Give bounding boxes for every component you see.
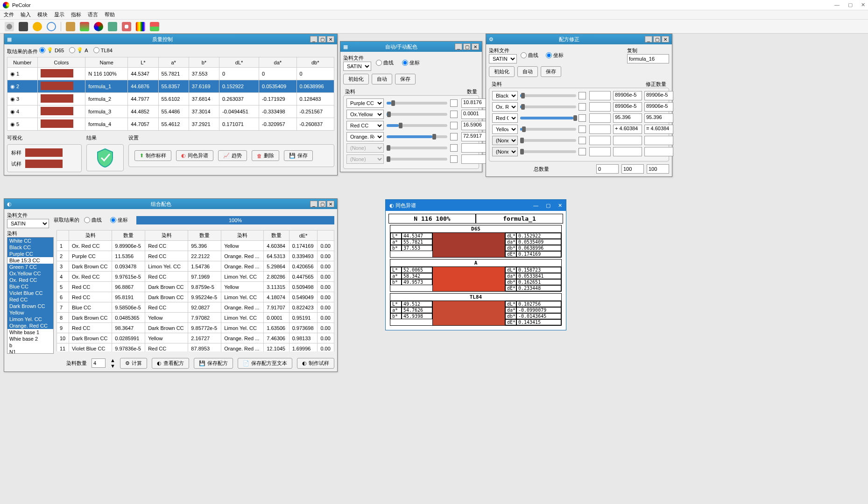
save-txt-button[interactable]: 📄 保存配方至文本 bbox=[238, 358, 292, 369]
min-icon[interactable]: _ bbox=[645, 36, 652, 42]
dye-select[interactable]: Red CC bbox=[492, 113, 518, 123]
total-0[interactable] bbox=[596, 164, 619, 174]
slider[interactable] bbox=[387, 158, 447, 161]
radio-coord[interactable] bbox=[110, 217, 116, 223]
menu-item[interactable]: 输入 bbox=[21, 11, 31, 18]
slider[interactable] bbox=[387, 102, 447, 105]
make-trial-button[interactable]: ◐ 制作试样 bbox=[297, 358, 334, 369]
calc-button[interactable]: ⚙ 计算 bbox=[120, 358, 147, 369]
radio-a[interactable] bbox=[69, 47, 75, 53]
table-row[interactable]: 6Red CC95.8191Dark Brown CC9.95224e-5Lim… bbox=[57, 292, 334, 302]
dye-file-select[interactable]: SATIN bbox=[489, 54, 517, 63]
list-item[interactable]: N1 bbox=[7, 349, 53, 354]
list-item[interactable]: Yellow bbox=[7, 309, 53, 316]
dye-select[interactable]: (None) bbox=[346, 143, 384, 153]
list-item[interactable]: Ox.Yellow CC bbox=[7, 270, 53, 277]
color-box[interactable] bbox=[450, 155, 458, 163]
v2[interactable]: 89906e-5 bbox=[613, 91, 642, 100]
list-item[interactable]: Black CC bbox=[7, 244, 53, 251]
dye-select[interactable]: (None) bbox=[492, 136, 518, 145]
list-item[interactable]: White CC bbox=[7, 238, 53, 244]
table-row[interactable]: ◉ 5formula_444.705755.461237.29210.17107… bbox=[7, 118, 334, 131]
min-icon[interactable]: _ bbox=[310, 201, 318, 207]
qty-value[interactable] bbox=[461, 143, 489, 153]
close-icon[interactable]: ✕ bbox=[327, 36, 334, 42]
palette-icon[interactable] bbox=[122, 22, 131, 31]
auto-button[interactable]: 自动 bbox=[517, 66, 538, 77]
menu-item[interactable]: 语言 bbox=[88, 11, 98, 18]
init-button[interactable]: 初始化 bbox=[343, 74, 369, 84]
v3[interactable] bbox=[644, 147, 673, 156]
save-button[interactable]: 保存 bbox=[395, 74, 416, 84]
list-item[interactable]: Purple CC bbox=[7, 251, 53, 257]
color-box[interactable] bbox=[579, 148, 586, 155]
max-icon[interactable]: ▢ bbox=[463, 43, 471, 50]
radio-d65[interactable] bbox=[39, 47, 45, 53]
v1[interactable] bbox=[589, 91, 611, 100]
v3[interactable]: = 4.60384 bbox=[644, 125, 673, 134]
v3[interactable]: 95.396 bbox=[644, 113, 673, 123]
close-icon[interactable]: ✕ bbox=[861, 2, 865, 8]
table-row[interactable]: 9Red CC98.3647Dark Brown CC9.85772e-5Lim… bbox=[57, 323, 334, 333]
qty-value[interactable]: 0.0001 bbox=[461, 110, 489, 119]
slider[interactable] bbox=[387, 124, 447, 127]
menu-item[interactable]: 文件 bbox=[4, 11, 14, 18]
min-icon[interactable]: _ bbox=[310, 36, 318, 42]
dye-select[interactable]: (None) bbox=[346, 154, 384, 164]
qc-table[interactable]: NumberColorsNameL*a*b*dL*da*db*◉ 1N 116 … bbox=[7, 57, 334, 131]
max-icon[interactable]: ▢ bbox=[318, 36, 326, 42]
list-item[interactable]: Orange. Red CC bbox=[7, 322, 53, 329]
slider[interactable] bbox=[520, 139, 576, 142]
v3[interactable]: 89906e-5 bbox=[644, 102, 673, 112]
list-item[interactable]: Ox. Red CC bbox=[7, 277, 53, 283]
radio-curve[interactable] bbox=[376, 60, 382, 66]
color-box[interactable] bbox=[579, 126, 586, 133]
dye-select[interactable]: Ox. Red bbox=[492, 102, 518, 112]
list-item[interactable]: Green 7 CC bbox=[7, 264, 53, 270]
max-icon[interactable]: ▢ bbox=[318, 201, 326, 207]
color-box[interactable] bbox=[450, 99, 458, 107]
dye-select[interactable]: (None) bbox=[492, 147, 518, 156]
spin-up[interactable]: ▲ bbox=[110, 357, 115, 363]
slider[interactable] bbox=[520, 150, 576, 153]
list-item[interactable]: Dark Brown CC bbox=[7, 303, 53, 309]
radio-curve[interactable] bbox=[521, 52, 527, 58]
list-item[interactable]: Red CC bbox=[7, 296, 53, 303]
menu-item[interactable]: 显示 bbox=[54, 11, 64, 18]
table-row[interactable]: 2Purple CC11.5356Red CC22.2122Orange. Re… bbox=[57, 251, 334, 261]
slider[interactable] bbox=[520, 94, 576, 97]
total-2[interactable] bbox=[647, 164, 669, 174]
list-item[interactable]: White base 1 bbox=[7, 329, 53, 336]
qty-value[interactable]: 72.5917 bbox=[461, 132, 489, 141]
color-box[interactable] bbox=[450, 111, 458, 118]
menu-item[interactable]: 指标 bbox=[71, 11, 81, 18]
radio-tl84[interactable] bbox=[93, 47, 99, 53]
dye-select[interactable]: Purple CC bbox=[346, 98, 384, 108]
v2[interactable]: + 4.60384 bbox=[613, 125, 642, 134]
target-icon[interactable] bbox=[47, 22, 56, 31]
slider[interactable] bbox=[520, 117, 576, 119]
slider[interactable] bbox=[520, 105, 576, 108]
min-icon[interactable]: _ bbox=[455, 43, 462, 50]
table-row[interactable]: 1Ox. Red CC9.89906e-5Red CC95.396Yellow4… bbox=[57, 241, 334, 251]
trend-button[interactable]: 📈趋势 bbox=[218, 150, 247, 161]
v1[interactable] bbox=[589, 147, 611, 156]
wheel-icon[interactable] bbox=[94, 22, 103, 31]
radio-coord[interactable] bbox=[402, 60, 408, 66]
dye-select[interactable]: Black CC bbox=[492, 91, 518, 100]
qty-value[interactable] bbox=[461, 154, 489, 164]
slider[interactable] bbox=[387, 147, 447, 149]
dye-select[interactable]: Red CC bbox=[346, 121, 384, 130]
color-box[interactable] bbox=[579, 103, 586, 111]
list-item[interactable]: Limon Yel. CC bbox=[7, 316, 53, 322]
table-row[interactable]: ◉ 3formula_244.797755.610237.68140.26303… bbox=[7, 93, 334, 105]
init-button[interactable]: 初始化 bbox=[489, 66, 515, 77]
v1[interactable] bbox=[589, 136, 611, 145]
table-row[interactable]: 8Dark Brown CC0.0485365Yellow7.97082Limo… bbox=[57, 313, 334, 323]
qty-value[interactable]: 10.8176 bbox=[461, 98, 489, 108]
folder-icon[interactable] bbox=[33, 22, 42, 31]
color-box[interactable] bbox=[450, 133, 458, 140]
qty-value[interactable]: 16.5906 bbox=[461, 121, 489, 130]
building-icon[interactable] bbox=[108, 22, 117, 31]
list-item[interactable]: Blue CC bbox=[7, 283, 53, 290]
